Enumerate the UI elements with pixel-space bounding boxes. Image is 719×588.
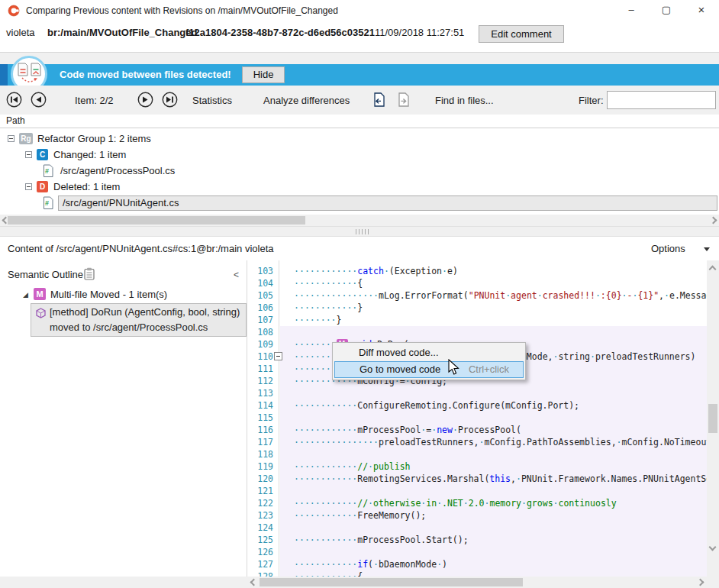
- code-line-127: 127············if(·bDaemonMode·): [248, 558, 719, 570]
- edit-comment-button[interactable]: Edit comment: [479, 25, 564, 43]
- semantic-outline-panel: Semantic Outline < ◢ M Multi-file Moved …: [0, 260, 247, 577]
- code-line-106: 106············}: [248, 302, 719, 314]
- timestamp-label: 11/09/2018 11:27:51: [375, 26, 464, 40]
- filter-label: Filter:: [579, 95, 604, 107]
- scroll-up-icon[interactable]: [709, 266, 717, 273]
- line-number: 117: [248, 436, 273, 448]
- line-number: 113: [248, 387, 273, 399]
- refactor-group-badge: Rg: [19, 133, 33, 144]
- deleted-badge: D: [37, 181, 48, 192]
- window-title: Comparing Previous content with Revision…: [26, 0, 338, 21]
- line-number: 109: [248, 338, 273, 351]
- next-difference-file-icon[interactable]: [395, 92, 411, 108]
- menu-item-shortcut: Ctrl+click: [469, 362, 509, 377]
- previous-item-icon[interactable]: [31, 92, 47, 108]
- line-number: 106: [248, 302, 273, 314]
- path-column-label: Path: [6, 115, 25, 126]
- fold-collapse-box[interactable]: [274, 352, 282, 360]
- line-number: 103: [248, 265, 273, 277]
- collapse-box-refactor-group[interactable]: [8, 135, 15, 142]
- outline-moved-to-label: moved to /src/agent/ProcessPool.cs: [50, 321, 208, 333]
- last-item-icon[interactable]: [162, 92, 178, 108]
- outline-group-label[interactable]: Multi-file Moved - 1 item(s): [50, 289, 167, 300]
- code-line-125: 125············mProcessPool.Start();: [248, 534, 719, 546]
- panel-splitter[interactable]: [0, 226, 719, 237]
- editor-horizontal-scrollbar[interactable]: [0, 577, 719, 588]
- tree-item-changed[interactable]: Changed: 1 item: [53, 148, 126, 162]
- line-number: 107: [248, 314, 273, 326]
- changed-badge: C: [37, 149, 48, 160]
- editor-vertical-scrollbar[interactable]: [707, 260, 719, 577]
- analyze-differences-button[interactable]: Analyze differences: [263, 95, 350, 107]
- tree-item-pnunitagent[interactable]: /src/agent/PNUnitAgent.cs: [63, 196, 179, 210]
- code-line-105: 105················mLog.ErrorFormat("PNU…: [248, 289, 719, 302]
- line-number: 124: [248, 522, 273, 534]
- code-line-107: 107········}: [248, 314, 719, 326]
- scroll-right-icon[interactable]: [710, 217, 717, 225]
- options-button[interactable]: Options: [651, 243, 685, 254]
- close-button[interactable]: ×: [684, 0, 719, 21]
- line-number: 114: [248, 399, 273, 412]
- clipboard-icon[interactable]: [84, 267, 95, 280]
- outline-method-label: [method] DoRun (AgentConfig, bool, strin…: [50, 306, 247, 318]
- prev-difference-file-icon[interactable]: [371, 92, 387, 108]
- find-in-files-button[interactable]: Find in files...: [435, 95, 494, 107]
- method-icon: [36, 308, 46, 318]
- branch-label: br:/main/MVOutOfFile_Changed: [47, 26, 197, 40]
- code-line-124: 124: [248, 522, 719, 534]
- next-item-icon[interactable]: [137, 92, 153, 108]
- maximize-button[interactable]: ▢: [649, 0, 684, 21]
- csharp-file-icon: #: [43, 196, 53, 209]
- collapse-outline-button[interactable]: <: [234, 270, 239, 280]
- line-number: 121: [248, 485, 273, 497]
- editor-vscroll-thumb[interactable]: [708, 404, 717, 433]
- code-line-114: 114············ConfigureRemoting.Configu…: [248, 399, 719, 412]
- content-title: Content of /src/agent/PNUnitAgent.cs#cs:…: [8, 243, 273, 254]
- line-number: 127: [248, 558, 273, 570]
- chevron-down-icon[interactable]: [704, 247, 710, 251]
- first-item-icon[interactable]: [6, 92, 22, 108]
- tree-hscroll-thumb[interactable]: [8, 216, 305, 225]
- tree-item-processpool[interactable]: /src/agent/ProcessPool.cs: [60, 164, 175, 178]
- code-line-120: 120············RemotingServices.Marshal(…: [248, 473, 719, 485]
- code-line-119: 119············//·publish: [248, 460, 719, 473]
- code-line-115: 115: [248, 412, 719, 424]
- minimize-button[interactable]: –: [614, 0, 649, 21]
- title-bar: Comparing Previous content with Revision…: [0, 0, 719, 21]
- semantic-outline-title: Semantic Outline: [8, 269, 83, 280]
- menu-item-diff-moved-code[interactable]: Diff moved code...: [334, 344, 524, 361]
- path-column-header[interactable]: Path: [0, 115, 719, 128]
- line-number: 128: [248, 570, 273, 577]
- context-menu: Diff moved code... Go to moved code Ctrl…: [332, 342, 526, 380]
- menu-item-go-to-moved-code[interactable]: Go to moved code Ctrl+click: [334, 361, 524, 378]
- line-number: 120: [248, 473, 273, 485]
- filter-input[interactable]: [607, 91, 716, 109]
- code-line-103: 103············catch·(Exception·e): [248, 265, 719, 277]
- author-label: violeta: [6, 26, 35, 40]
- scroll-left-icon[interactable]: [250, 579, 258, 586]
- statistics-button[interactable]: Statistics: [192, 95, 232, 107]
- tree-expanded-icon[interactable]: ◢: [23, 291, 28, 299]
- line-number: 122: [248, 497, 273, 509]
- editor-hscroll-thumb[interactable]: [260, 578, 523, 586]
- code-editor[interactable]: 103············catch·(Exception·e)104···…: [248, 260, 719, 577]
- tree-horizontal-scrollbar[interactable]: [0, 215, 719, 226]
- tree-item-deleted[interactable]: Deleted: 1 item: [53, 180, 120, 194]
- hide-banner-button[interactable]: Hide: [242, 66, 285, 83]
- code-line-122: 122············//·otherwise·in·.NET·2.0·…: [248, 497, 719, 509]
- line-number: 110: [248, 351, 273, 363]
- line-number: 112: [248, 375, 273, 387]
- menu-item-label: Go to moved code: [360, 363, 440, 375]
- line-number: 115: [248, 412, 273, 424]
- tree-item-refactor-group[interactable]: Refactor Group 1: 2 items: [37, 132, 151, 146]
- svg-text:#: #: [45, 199, 49, 207]
- plasticscm-logo-icon: [8, 5, 20, 17]
- scroll-right-icon[interactable]: [697, 579, 704, 586]
- banner-message: Code moved between files detected!: [60, 64, 231, 86]
- code-line-113: 113: [248, 387, 719, 399]
- outline-selected-item[interactable]: [method] DoRun (AgentConfig, bool, strin…: [31, 303, 247, 337]
- collapse-box-deleted[interactable]: [25, 183, 32, 190]
- scroll-down-icon[interactable]: [709, 544, 717, 551]
- collapse-box-changed[interactable]: [25, 151, 32, 158]
- line-number: 111: [248, 363, 273, 375]
